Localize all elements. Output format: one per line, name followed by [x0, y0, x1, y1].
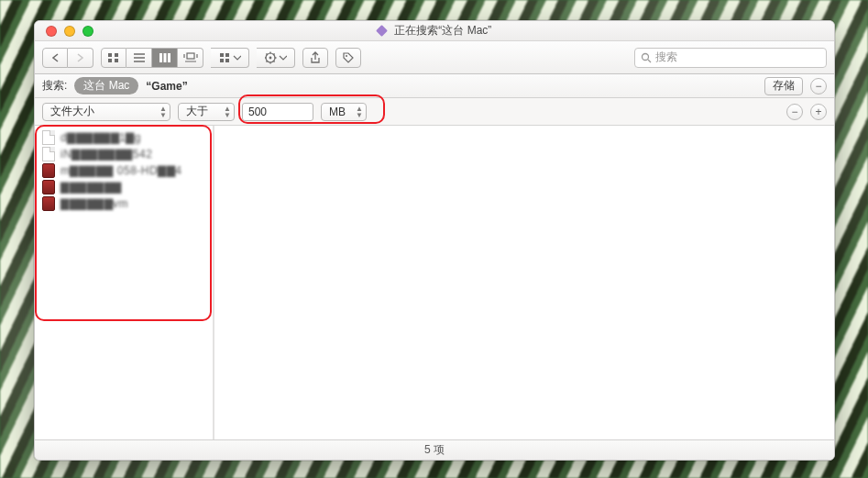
add-criteria-button[interactable]: + — [810, 104, 827, 120]
result-filename: ▇▇▇▇▇▇▇ — [60, 181, 122, 194]
result-row[interactable]: ▇▇▇▇▇▇▇ — [35, 179, 213, 195]
toolbar: 搜索 — [35, 41, 834, 74]
tags-button[interactable] — [335, 48, 361, 68]
finder-window: 正在搜索“这台 Mac” — [34, 20, 835, 461]
result-row[interactable]: ▇▇▇▇▇▇vm — [35, 195, 213, 212]
svg-line-30 — [648, 60, 651, 62]
view-icon-button[interactable] — [101, 48, 126, 68]
view-list-button[interactable] — [126, 48, 152, 68]
chevron-updown-icon: ▲▼ — [159, 106, 167, 118]
svg-line-27 — [273, 53, 274, 54]
zoom-button[interactable] — [82, 26, 93, 37]
window-title: 正在搜索“这台 Mac” — [35, 23, 834, 39]
chevron-updown-icon: ▲▼ — [224, 106, 231, 118]
window-title-text: 正在搜索“这台 Mac” — [394, 24, 491, 37]
action-menu-button[interactable] — [257, 48, 295, 68]
svg-rect-8 — [163, 53, 166, 62]
result-filename: d▇▇▇▇▇▇1▇g — [60, 131, 141, 144]
document-icon — [42, 147, 55, 161]
svg-rect-3 — [115, 59, 118, 62]
smart-folder-icon — [376, 25, 388, 37]
svg-rect-16 — [220, 59, 224, 62]
svg-rect-2 — [108, 59, 112, 62]
result-row[interactable]: d▇▇▇▇▇▇1▇g — [35, 129, 213, 146]
svg-line-25 — [273, 61, 274, 61]
status-bar: 5 项 — [35, 439, 834, 460]
result-filename: iN▇▇▇▇▇▇▇542 — [60, 148, 152, 161]
results-column[interactable]: d▇▇▇▇▇▇1▇giN▇▇▇▇▇▇▇542m▇▇▇▇▇ 058-HD▇▇4▇▇… — [35, 126, 214, 439]
remove-criteria-button[interactable]: − — [786, 104, 803, 120]
forward-button[interactable] — [68, 48, 93, 68]
save-search-button[interactable]: 存储 — [764, 77, 803, 95]
share-button[interactable] — [302, 48, 328, 68]
svg-rect-0 — [108, 53, 112, 57]
action-group — [257, 48, 295, 68]
item-count: 5 项 — [424, 442, 445, 458]
criteria-value-input[interactable] — [242, 103, 313, 121]
search-label: 搜索: — [42, 78, 67, 94]
criteria-unit-select[interactable]: MB ▲▼ — [321, 103, 367, 121]
criteria-operator-value: 大于 — [186, 104, 208, 119]
scope-context[interactable]: “Game” — [146, 80, 187, 93]
results-area: d▇▇▇▇▇▇1▇giN▇▇▇▇▇▇▇542m▇▇▇▇▇ 058-HD▇▇4▇▇… — [35, 126, 834, 439]
preview-column — [214, 126, 834, 439]
svg-rect-7 — [159, 53, 162, 62]
view-columns-button[interactable] — [152, 48, 178, 68]
criteria-attribute-select[interactable]: 文件大小 ▲▼ — [42, 103, 170, 121]
svg-line-26 — [266, 61, 267, 61]
view-coverflow-button[interactable] — [178, 48, 203, 68]
arrange-menu-button[interactable] — [211, 48, 249, 68]
svg-rect-17 — [225, 59, 229, 62]
criteria-unit-value: MB — [329, 106, 346, 118]
search-icon — [641, 52, 652, 63]
result-filename: ▇▇▇▇▇▇vm — [60, 197, 128, 210]
document-icon — [42, 130, 55, 145]
svg-line-24 — [266, 53, 267, 54]
result-row[interactable]: m▇▇▇▇▇ 058-HD▇▇4 — [35, 162, 213, 179]
result-row[interactable]: iN▇▇▇▇▇▇▇542 — [35, 146, 213, 162]
search-scope-bar: 搜索: 这台 Mac “Game” 存储 − — [35, 74, 834, 98]
search-criteria-row: 文件大小 ▲▼ 大于 ▲▼ MB ▲▼ − + — [35, 98, 834, 126]
nav-group — [42, 48, 93, 68]
svg-point-28 — [346, 55, 347, 57]
svg-rect-15 — [225, 53, 229, 57]
arrange-group — [211, 48, 249, 68]
save-search-label: 存储 — [773, 78, 795, 94]
criteria-attribute-value: 文件大小 — [50, 104, 94, 119]
view-switcher — [101, 48, 203, 68]
app-icon — [42, 196, 55, 211]
app-icon — [42, 163, 55, 178]
search-field[interactable]: 搜索 — [634, 48, 827, 68]
remove-scope-button[interactable]: − — [810, 78, 827, 94]
svg-rect-10 — [187, 53, 194, 59]
svg-rect-9 — [168, 53, 170, 62]
app-icon — [42, 180, 55, 195]
criteria-operator-select[interactable]: 大于 ▲▼ — [178, 103, 235, 121]
chevron-updown-icon: ▲▼ — [356, 106, 363, 118]
scope-this-mac[interactable]: 这台 Mac — [74, 77, 138, 94]
result-filename: m▇▇▇▇▇ 058-HD▇▇4 — [60, 164, 181, 177]
window-controls — [35, 26, 93, 37]
svg-rect-1 — [115, 53, 118, 57]
svg-point-19 — [269, 56, 271, 59]
svg-point-29 — [643, 53, 649, 60]
search-placeholder: 搜索 — [655, 50, 677, 65]
svg-rect-14 — [220, 53, 224, 57]
titlebar: 正在搜索“这台 Mac” — [35, 21, 834, 41]
back-button[interactable] — [42, 48, 68, 68]
minimize-button[interactable] — [64, 26, 75, 37]
close-button[interactable] — [46, 26, 57, 37]
